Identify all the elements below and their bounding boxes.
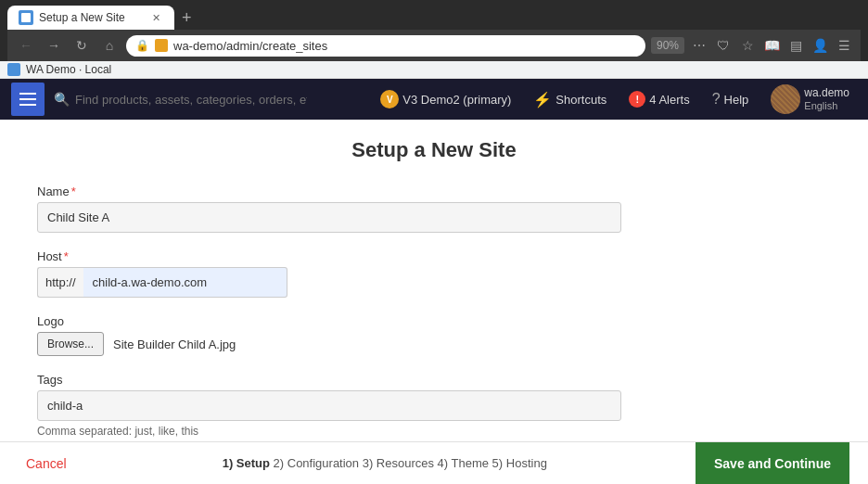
save-continue-button[interactable]: Save and Continue <box>696 442 849 485</box>
help-nav-item[interactable]: ? Help <box>705 87 757 111</box>
user-avatar <box>771 84 800 114</box>
back-button[interactable]: ← <box>15 34 37 57</box>
user-lang: English <box>804 100 849 112</box>
name-required: * <box>71 185 76 198</box>
footer: Cancel 1) Setup 2) Configuration 3) Reso… <box>0 441 868 484</box>
forward-button[interactable]: → <box>43 34 65 57</box>
logo-field-group: Logo Browse... Site Builder Child A.jpg <box>37 314 831 356</box>
app: 🔍 V V3 Demo2 (primary) ⚡ Shortcuts ! 4 A… <box>0 79 868 484</box>
tags-hint: Comma separated: just, like, this <box>37 425 831 438</box>
wizard-steps: 1) Setup 2) Configuration 3) Resources 4… <box>74 456 696 470</box>
v3-demo-nav-item[interactable]: V V3 Demo2 (primary) <box>373 86 518 112</box>
host-input[interactable] <box>83 267 287 298</box>
browser-toolbar: ← → ↻ ⌂ 🔒 wa-demo/admin/create_sites 90%… <box>7 30 861 61</box>
logo-row: Browse... Site Builder Child A.jpg <box>37 332 831 356</box>
user-name: wa.demo <box>804 86 849 99</box>
more-button[interactable]: ⋯ <box>690 36 708 55</box>
host-field-group: Host* http:// <box>37 249 831 298</box>
file-name: Site Builder Child A.jpg <box>113 338 236 351</box>
security-icon: 🔒 <box>135 39 149 52</box>
nav-right: V V3 Demo2 (primary) ⚡ Shortcuts ! 4 Ale… <box>373 81 857 118</box>
host-label: Host* <box>37 249 831 263</box>
tags-field-group: Tags Comma separated: just, like, this <box>37 373 831 438</box>
refresh-button[interactable]: ↻ <box>70 34 93 57</box>
toolbar-right: 90% ⋯ 🛡 ☆ 📖 ▤ 👤 ☰ <box>651 36 853 55</box>
name-label: Name* <box>37 185 831 198</box>
name-input[interactable] <box>37 202 621 233</box>
logo-label: Logo <box>37 314 831 328</box>
cancel-button[interactable]: Cancel <box>19 449 74 478</box>
tags-label: Tags <box>37 373 831 387</box>
main-content: Setup a New Site Name* Host* http:// Log… <box>0 120 868 441</box>
url-text: wa-demo/admin/create_sites <box>173 39 327 53</box>
shortcuts-icon: ⚡ <box>533 91 552 108</box>
bookmarks-bar: WA Demo · Local <box>0 61 868 79</box>
top-nav: 🔍 V V3 Demo2 (primary) ⚡ Shortcuts ! 4 A… <box>0 79 868 120</box>
shortcuts-nav-item[interactable]: ⚡ Shortcuts <box>526 87 614 112</box>
name-field-group: Name* <box>37 185 831 233</box>
help-icon: ? <box>712 91 721 108</box>
wizard-steps-rest: 2) Configuration 3) Resources 4) Theme 5… <box>270 456 547 470</box>
search-input[interactable] <box>75 93 307 107</box>
search-container: 🔍 <box>54 92 364 107</box>
browse-button[interactable]: Browse... <box>37 332 104 356</box>
account-icon[interactable]: 👤 <box>811 36 829 55</box>
user-nav-item[interactable]: wa.demo English <box>763 81 857 118</box>
svg-rect-0 <box>21 13 31 22</box>
home-button[interactable]: ⌂ <box>98 34 121 57</box>
host-input-wrapper: http:// <box>37 267 621 298</box>
star-icon[interactable]: ☆ <box>738 36 757 55</box>
host-prefix: http:// <box>37 267 83 298</box>
site-favicon <box>155 39 168 52</box>
browser-tabs: Setup a New Site ✕ + <box>7 6 861 30</box>
hamburger-button[interactable] <box>11 83 45 116</box>
search-icon: 🔍 <box>54 92 70 107</box>
menu-icon[interactable]: ☰ <box>835 36 853 55</box>
tab-close-button[interactable]: ✕ <box>148 10 163 25</box>
browser-tab-active[interactable]: Setup a New Site ✕ <box>7 6 174 30</box>
shortcuts-label: Shortcuts <box>555 93 606 107</box>
alerts-nav-item[interactable]: ! 4 Alerts <box>621 87 696 111</box>
address-bar[interactable]: 🔒 wa-demo/admin/create_sites <box>126 35 645 57</box>
tab-favicon <box>19 10 33 25</box>
browser-chrome: Setup a New Site ✕ + ← → ↻ ⌂ 🔒 wa-demo/a… <box>0 0 868 61</box>
new-tab-button[interactable]: + <box>178 8 196 28</box>
tags-input[interactable] <box>37 390 621 421</box>
hamburger-icon <box>19 93 36 106</box>
alerts-badge: ! <box>629 91 645 108</box>
help-label: Help <box>724 93 749 107</box>
current-step-label: 1) Setup <box>223 456 270 470</box>
zoom-level[interactable]: 90% <box>651 37 684 54</box>
v3-icon: V <box>380 90 399 108</box>
shield-icon: 🛡 <box>714 36 733 55</box>
alerts-label: 4 Alerts <box>649 93 689 107</box>
bookmarks-icon[interactable]: 📖 <box>762 36 781 55</box>
wa-favicon <box>7 63 20 76</box>
host-required: * <box>64 249 69 263</box>
collections-icon[interactable]: ▤ <box>786 36 805 55</box>
bookmarks-label[interactable]: WA Demo · Local <box>26 63 111 76</box>
page-title: Setup a New Site <box>37 138 831 162</box>
tab-title: Setup a New Site <box>39 11 125 24</box>
v3-label: V3 Demo2 (primary) <box>402 93 511 107</box>
